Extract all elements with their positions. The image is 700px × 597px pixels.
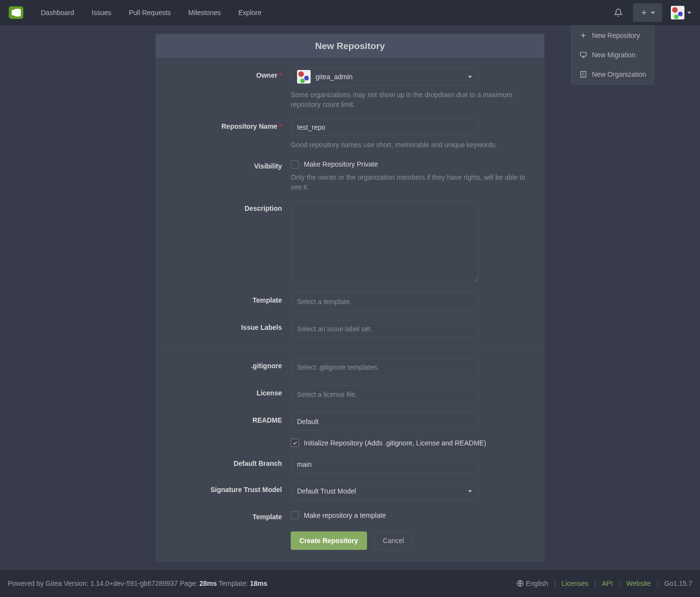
separator: |	[657, 580, 659, 587]
readme-label: README	[163, 412, 291, 424]
nav-left: Dashboard Issues Pull Requests Milestone…	[9, 0, 270, 25]
language-label: English	[526, 580, 548, 587]
language-selector[interactable]: English	[516, 580, 548, 587]
gitignore-label: .gitignore	[163, 358, 291, 370]
visibility-label: Visibility	[163, 158, 291, 170]
repo-name-input[interactable]	[291, 119, 478, 136]
footer-api-link[interactable]: API	[602, 580, 613, 587]
visibility-help: Only the owner or the organization membe…	[291, 172, 528, 192]
init-repo-checkbox[interactable]	[291, 439, 299, 447]
cancel-button[interactable]: Cancel	[374, 531, 414, 550]
avatar	[671, 6, 684, 19]
new-repository-form: Owner gitea_admin Some organizations may…	[156, 58, 544, 562]
chevron-down-icon	[651, 12, 655, 14]
trust-model-dropdown[interactable]: Default Trust Model	[291, 482, 478, 500]
repo-name-help: Good repository names use short, memorab…	[291, 140, 528, 150]
menu-new-organization[interactable]: New Organization	[572, 65, 654, 84]
plus-icon	[579, 32, 587, 39]
gitignore-placeholder: Select .gitignore templates.	[297, 363, 472, 371]
chevron-down-icon	[468, 490, 472, 493]
field-gitignore: .gitignore Select .gitignore templates.	[163, 358, 537, 376]
divider	[163, 347, 537, 347]
description-textarea[interactable]	[291, 201, 478, 282]
license-label: License	[163, 385, 291, 397]
default-branch-label: Default Branch	[163, 456, 291, 467]
gitea-logo[interactable]	[9, 6, 23, 19]
notifications-button[interactable]	[608, 4, 629, 21]
navbar: Dashboard Issues Pull Requests Milestone…	[0, 0, 700, 25]
field-repo-name: Repository Name Good repository names us…	[163, 119, 537, 150]
visibility-checkbox[interactable]	[291, 160, 299, 169]
user-menu-button[interactable]	[666, 6, 691, 19]
license-dropdown[interactable]: Select a license file.	[291, 385, 478, 404]
template-dropdown[interactable]: Select a template.	[291, 292, 478, 311]
page-title: New Repository	[156, 34, 544, 58]
owner-label: Owner	[163, 68, 291, 79]
field-readme: README Default Initialize Repository (Ad…	[163, 412, 537, 447]
license-placeholder: Select a license file.	[297, 391, 472, 398]
nav-explore[interactable]: Explore	[229, 0, 270, 25]
plus-icon	[640, 9, 648, 17]
create-dropdown: New Repository New Migration New Organiz…	[571, 25, 654, 85]
chevron-down-icon	[468, 76, 472, 78]
footer-left: Powered by Gitea Version: 1.14.0+dev-591…	[8, 580, 267, 587]
repo-name-label: Repository Name	[163, 119, 291, 130]
new-repository-panel: New Repository Owner gitea_admin Some or…	[156, 34, 544, 562]
footer-licenses-link[interactable]: Licenses	[561, 580, 588, 587]
svg-rect-0	[580, 52, 586, 56]
owner-help: Some organizations may not show up in th…	[291, 90, 528, 110]
create-repository-button[interactable]: Create Repository	[291, 531, 367, 550]
template-placeholder: Select a template.	[297, 298, 472, 306]
footer-website-link[interactable]: Website	[626, 580, 650, 587]
migration-icon	[579, 51, 587, 59]
field-make-template: Template Make repository a template	[163, 509, 537, 521]
footer-template-time: 18ms	[250, 580, 267, 587]
issue-labels-dropdown[interactable]: Select an issue label set.	[291, 320, 478, 338]
chevron-down-icon	[687, 12, 691, 14]
menu-label: New Migration	[592, 51, 635, 59]
issue-labels-placeholder: Select an issue label set.	[297, 325, 472, 333]
visibility-checkbox-label[interactable]: Make Repository Private	[304, 160, 378, 168]
owner-dropdown[interactable]: gitea_admin	[291, 68, 478, 86]
owner-value: gitea_admin	[315, 73, 468, 81]
menu-label: New Repository	[592, 32, 640, 39]
issue-labels-label: Issue Labels	[163, 320, 291, 331]
svg-rect-1	[580, 71, 586, 77]
menu-new-repository[interactable]: New Repository	[572, 26, 654, 45]
avatar	[297, 70, 311, 84]
check-icon	[292, 440, 298, 446]
form-buttons: Create Repository Cancel	[291, 529, 537, 550]
footer-powered-prefix: Powered by Gitea Version: 1.14.0+dev-591…	[8, 580, 199, 587]
field-owner: Owner gitea_admin Some organizations may…	[163, 68, 537, 110]
field-trust-model: Signature Trust Model Default Trust Mode…	[163, 482, 537, 500]
menu-label: New Organization	[592, 70, 646, 78]
init-repo-label[interactable]: Initialize Repository (Adds .gitignore, …	[304, 439, 486, 447]
gitignore-dropdown[interactable]: Select .gitignore templates.	[291, 358, 478, 376]
make-template-checkbox-label[interactable]: Make repository a template	[304, 512, 386, 519]
template-label: Template	[163, 292, 291, 304]
nav-pull-requests[interactable]: Pull Requests	[120, 0, 179, 25]
separator: |	[554, 580, 556, 587]
field-template: Template Select a template.	[163, 292, 537, 311]
trust-model-label: Signature Trust Model	[163, 482, 291, 494]
nav-dashboard[interactable]: Dashboard	[32, 0, 83, 25]
field-visibility: Visibility Make Repository Private Only …	[163, 158, 537, 192]
field-default-branch: Default Branch	[163, 456, 537, 473]
readme-dropdown[interactable]: Default	[291, 412, 478, 431]
make-template-checkbox[interactable]	[291, 511, 299, 519]
nav-issues[interactable]: Issues	[83, 0, 120, 25]
create-menu-button[interactable]	[633, 3, 662, 22]
nav-milestones[interactable]: Milestones	[179, 0, 229, 25]
default-branch-input[interactable]	[291, 456, 478, 473]
footer: Powered by Gitea Version: 1.14.0+dev-591…	[0, 570, 700, 597]
field-license: License Select a license file.	[163, 385, 537, 404]
trust-model-value: Default Trust Model	[297, 487, 468, 495]
footer-go-version: Go1.15.7	[664, 580, 692, 587]
nav-right	[608, 3, 691, 22]
bell-icon	[614, 8, 623, 17]
menu-new-migration[interactable]: New Migration	[572, 45, 654, 65]
description-label: Description	[163, 201, 291, 212]
footer-template-prefix: Template:	[217, 580, 250, 587]
globe-icon	[516, 580, 524, 587]
organization-icon	[579, 70, 587, 78]
